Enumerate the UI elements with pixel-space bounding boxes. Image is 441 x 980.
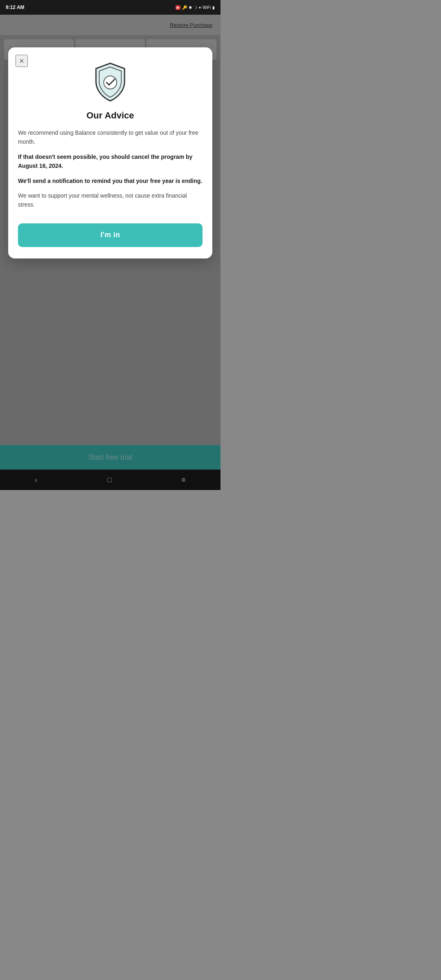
modal-paragraph-3: We'll send a notification to remind you …: [18, 176, 203, 185]
advice-modal: × Our Advice We recommend using Balance …: [8, 47, 212, 258]
moon-icon: ☽: [194, 5, 197, 10]
modal-paragraph-4: We want to support your mental wellness,…: [18, 191, 203, 209]
svg-point-0: [104, 76, 117, 89]
shield-check-icon: [92, 61, 129, 102]
im-in-button[interactable]: I'm in: [18, 223, 203, 247]
modal-body: We recommend using Balance consistently …: [18, 128, 203, 209]
status-time: 9:12 AM: [6, 4, 24, 10]
close-button[interactable]: ×: [16, 55, 28, 67]
modal-title: Our Advice: [18, 110, 203, 121]
signal-icon: ▾: [199, 5, 201, 10]
wifi-icon: WiFi: [203, 5, 211, 10]
modal-paragraph-1: We recommend using Balance consistently …: [18, 128, 203, 147]
status-bar: 9:12 AM ▶ 🔑 ✱ ☽ ▾ WiFi ▮: [0, 0, 220, 15]
battery-icon: ▮: [212, 5, 215, 10]
shield-container: [18, 61, 203, 102]
status-icons: ▶ 🔑 ✱ ☽ ▾ WiFi ▮: [176, 5, 215, 10]
bluetooth-icon: ✱: [189, 5, 192, 10]
modal-overlay: × Our Advice We recommend using Balance …: [0, 15, 220, 490]
camera-icon: ▶: [176, 5, 180, 10]
key-icon: 🔑: [182, 5, 187, 10]
modal-paragraph-2: If that doesn't seem possible, you shoul…: [18, 152, 203, 171]
